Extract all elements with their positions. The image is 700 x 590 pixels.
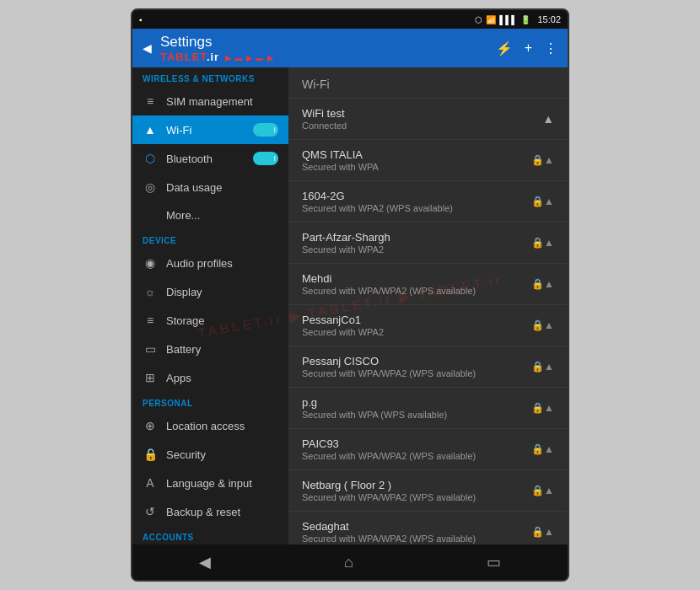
more-options-button[interactable]: ⋮	[544, 40, 557, 56]
status-bar-left: ▪	[139, 15, 143, 24]
wifi-network-info: WiFi test Connected	[302, 107, 536, 131]
app-toolbar: ◀ Settings TABLET.ir ▶ ▬ ▶ ▬ ▶ ⚡ + ⋮	[132, 29, 568, 67]
section-header-personal: PERSONAL	[132, 392, 288, 411]
sidebar-item-display[interactable]: ☼ Display	[132, 277, 288, 306]
sidebar-item-battery[interactable]: ▭ Battery	[132, 335, 288, 363]
wifi-network-item-wifitest[interactable]: WiFi test Connected ▲	[288, 99, 568, 140]
wifi-toggle[interactable]	[253, 123, 278, 137]
sidebar-item-language[interactable]: A Language & input	[132, 469, 288, 497]
wifi-network-name: Sedaghat	[302, 520, 525, 533]
signal-bars-icon: ▌▌▌	[499, 15, 517, 24]
wifi-network-item-pg[interactable]: p.g Secured with WPA (WPS available) 🔒▲	[288, 388, 568, 429]
apps-icon: ⊞	[143, 371, 158, 384]
wifi-network-status: Secured with WPA/WPA2 (WPS available)	[302, 534, 525, 544]
wifi-network-info: PessanjCo1 Secured with WPA2	[302, 314, 525, 337]
language-icon: A	[143, 476, 158, 490]
wifi-network-item-netbarg[interactable]: Netbarg ( Floor 2 ) Secured with WPA/WPA…	[288, 470, 568, 512]
wifi-label: Wi-Fi	[166, 124, 245, 137]
bluetooth-toggle[interactable]	[253, 152, 278, 165]
wifi-signal-icon: ▲	[542, 112, 554, 126]
battery-status-icon: 🔋	[520, 15, 530, 24]
wifi-network-item-paic93[interactable]: PAIC93 Secured with WPA/WPA2 (WPS availa…	[288, 429, 568, 470]
sidebar-item-apps[interactable]: ⊞ Apps	[132, 363, 288, 392]
wifi-signal-icon: 🔒▲	[531, 526, 554, 538]
wifi-network-status: Secured with WPA (WPS available)	[302, 410, 525, 420]
wifi-network-item-partafzar[interactable]: Part-Afzar-Shargh Secured with WPA2 🔒▲	[288, 223, 568, 264]
wifi-network-item-sedaghat[interactable]: Sedaghat Secured with WPA/WPA2 (WPS avai…	[288, 512, 568, 544]
datausage-label: Data usage	[166, 181, 278, 194]
sidebar-item-sim[interactable]: ≡ SIM management	[132, 87, 288, 115]
language-label: Language & input	[166, 477, 278, 490]
wifi-network-info: Mehdi Secured with WPA/WPA2 (WPS availab…	[302, 272, 525, 296]
location-icon: ⊕	[143, 419, 158, 432]
sidebar-item-audio[interactable]: ◉ Audio profiles	[132, 249, 288, 277]
security-icon: 🔒	[143, 448, 158, 461]
flash-button[interactable]: ⚡	[496, 40, 513, 56]
sidebar-item-more[interactable]: More...	[132, 201, 288, 229]
section-header-wireless: WIRELESS & NETWORKS	[132, 67, 288, 87]
wifi-network-status: Secured with WPA	[302, 162, 525, 172]
wifi-signal-icon: 🔒▲	[531, 196, 554, 207]
bluetooth-icon: ⬡	[143, 152, 158, 165]
sim-icon: ≡	[143, 94, 158, 108]
status-bar-right: ⬡ 📶 ▌▌▌ 🔋 15:02	[475, 14, 561, 24]
main-content: TABLET.ir ▶ TABLET.ir ▶ TABLET.ir WIRELE…	[132, 67, 568, 544]
wifi-network-name: WiFi test	[302, 107, 536, 120]
wifi-signal-icon: 🔒▲	[531, 485, 554, 496]
sidebar-item-datausage[interactable]: ◎ Data usage	[132, 173, 288, 201]
wifi-network-item-pessanjco1[interactable]: PessanjCo1 Secured with WPA2 🔒▲	[288, 305, 568, 346]
section-header-accounts: ACCOUNTS	[132, 526, 288, 544]
wifi-network-status: Secured with WPA/WPA2 (WPS available)	[302, 492, 525, 502]
sidebar-item-backup[interactable]: ↺ Backup & reset	[132, 497, 288, 526]
wifi-network-status: Secured with WPA2	[302, 327, 525, 337]
wifi-network-info: Part-Afzar-Shargh Secured with WPA2	[302, 231, 525, 255]
more-label: More...	[166, 209, 278, 222]
wifi-network-name: Part-Afzar-Shargh	[302, 231, 525, 244]
wifi-network-item-qms[interactable]: QMS ITALIA Secured with WPA 🔒▲	[288, 140, 568, 181]
wifi-signal-icon: 🔒▲	[531, 319, 554, 331]
sidebar-item-bluetooth[interactable]: ⬡ Bluetooth	[132, 144, 288, 173]
sidebar-item-wifi[interactable]: ▲ Wi-Fi	[132, 115, 288, 144]
wifi-network-name: Pessanj CISCO	[302, 355, 525, 367]
back-button[interactable]: ◀	[143, 41, 152, 55]
wifi-signal-icon: 🔒▲	[531, 402, 554, 414]
security-label: Security	[166, 448, 278, 461]
toolbar-title: Settings	[160, 34, 487, 51]
wifi-network-name: QMS ITALIA	[302, 148, 525, 161]
battery-label: Battery	[166, 343, 278, 356]
bottom-nav: ◀ ⌂ ▭	[132, 544, 568, 580]
sidebar-item-location[interactable]: ⊕ Location access	[132, 411, 288, 440]
wifi-network-item-pessanjcisco[interactable]: Pessanj CISCO Secured with WPA/WPA2 (WPS…	[288, 346, 568, 388]
clock: 15:02	[537, 14, 561, 24]
storage-icon: ≡	[143, 314, 158, 327]
battery-icon: ▭	[143, 342, 158, 356]
sidebar: WIRELESS & NETWORKS ≡ SIM management ▲ W…	[132, 67, 288, 544]
wifi-network-info: 1604-2G Secured with WPA2 (WPS available…	[302, 190, 525, 213]
audio-icon: ◉	[143, 256, 158, 270]
display-icon: ☼	[143, 285, 158, 298]
bluetooth-label: Bluetooth	[166, 153, 245, 165]
wifi-network-name: PAIC93	[302, 437, 525, 450]
wifi-network-status: Secured with WPA/WPA2 (WPS available)	[302, 451, 525, 461]
sidebar-item-storage[interactable]: ≡ Storage	[132, 306, 288, 335]
wifi-network-name: Mehdi	[302, 272, 525, 285]
wifi-signal-icon: 🔒▲	[531, 361, 554, 373]
wifi-network-item-1604[interactable]: 1604-2G Secured with WPA2 (WPS available…	[288, 181, 568, 223]
wifi-icon: ▲	[143, 123, 158, 137]
status-bar: ▪ ⬡ 📶 ▌▌▌ 🔋 15:02	[132, 10, 568, 29]
audio-label: Audio profiles	[166, 257, 278, 270]
back-nav-button[interactable]: ◀	[182, 548, 228, 577]
wifi-network-info: QMS ITALIA Secured with WPA	[302, 148, 525, 172]
wifi-network-item-mehdi[interactable]: Mehdi Secured with WPA/WPA2 (WPS availab…	[288, 264, 568, 305]
wifi-panel: Wi-Fi WiFi test Connected ▲ QMS ITALIA S…	[288, 67, 568, 544]
wifi-network-info: PAIC93 Secured with WPA/WPA2 (WPS availa…	[302, 437, 525, 461]
sidebar-item-security[interactable]: 🔒 Security	[132, 440, 288, 469]
wifi-network-info: p.g Secured with WPA (WPS available)	[302, 396, 525, 420]
recents-nav-button[interactable]: ▭	[470, 548, 518, 577]
wifi-signal-icon: 🔒▲	[531, 278, 554, 290]
add-button[interactable]: +	[525, 40, 532, 56]
wifi-network-name: Netbarg ( Floor 2 )	[302, 479, 525, 491]
wifi-network-status: Secured with WPA2	[302, 244, 525, 255]
home-nav-button[interactable]: ⌂	[327, 549, 370, 577]
storage-label: Storage	[166, 314, 278, 327]
